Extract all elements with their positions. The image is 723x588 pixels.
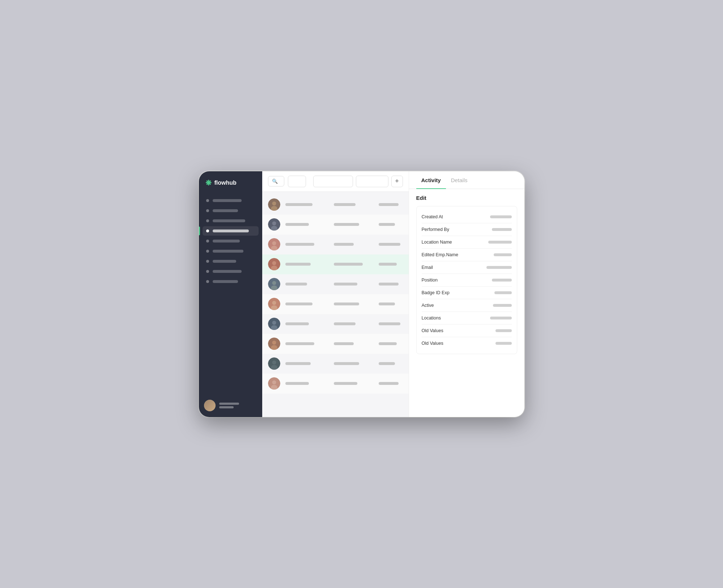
app-logo: ❋ flowhub [199,171,262,196]
sidebar-item-label [213,250,243,253]
table-row[interactable] [262,354,409,374]
avatar [268,278,280,290]
sidebar-item-8[interactable] [203,267,259,276]
detail-row-10: Old Values [422,325,512,337]
avatar [268,338,280,350]
row-col-2 [334,382,374,385]
table-row[interactable] [262,334,409,354]
footer-menu-lines[interactable] [219,403,239,408]
sidebar-dot [206,250,209,253]
row-bar [334,203,356,206]
row-col-1 [285,203,329,206]
svg-point-25 [272,360,276,364]
table-area [262,192,409,417]
logo-icon: ❋ [205,179,212,187]
detail-field-value [496,342,512,345]
row-bar [379,362,395,365]
detail-field-name: Edited Emp.Name [422,252,458,257]
sidebar-footer [199,394,262,417]
row-bar [285,283,307,286]
sidebar-item-4[interactable] [203,226,259,236]
add-button[interactable]: + [391,176,403,187]
row-col-2 [334,342,374,345]
search-icon: 🔍 [272,179,278,184]
topbar-right: + [313,176,403,187]
filter-box-3[interactable] [356,176,388,187]
tab-activity[interactable]: Activity [416,171,446,189]
sidebar: ❋ flowhub [199,171,262,417]
row-col-1 [285,263,329,266]
detail-field-value [486,266,512,269]
sidebar-item-7[interactable] [203,257,259,266]
row-bar [285,203,312,206]
row-bar [285,362,311,365]
svg-point-16 [272,301,276,305]
svg-point-19 [272,321,276,325]
row-bar [379,203,399,206]
row-bar [334,362,359,365]
row-col-1 [285,382,329,385]
table-row[interactable] [262,215,409,235]
sidebar-item-2[interactable] [203,206,259,215]
sidebar-dot [206,270,209,273]
sidebar-dot [206,219,209,222]
sidebar-dot [206,199,209,202]
detail-tabs: ActivityDetails [409,171,524,189]
detail-row-6: Position [422,274,512,287]
row-bar [379,342,397,345]
avatar [268,357,280,370]
sidebar-item-label [213,229,249,232]
svg-point-1 [272,201,276,205]
sidebar-dot [206,209,209,212]
sidebar-item-label [213,209,238,212]
row-col-3 [379,302,409,305]
table-row[interactable] [262,195,409,215]
detail-field-name: Location Name [422,240,452,245]
row-bar [379,283,399,286]
row-col-3 [379,362,409,365]
device-frame: ❋ flowhub [199,171,524,417]
detail-row-1: Created At [422,211,512,223]
sidebar-item-6[interactable] [203,246,259,256]
detail-field-name: Old Values [422,328,443,333]
row-bar [285,302,312,305]
row-col-2 [334,283,374,286]
detail-field-name: Locations [422,316,441,321]
row-bar [285,322,309,325]
row-col-1 [285,243,329,246]
sidebar-item-5[interactable] [203,236,259,246]
sidebar-item-9[interactable] [203,277,259,286]
avatar [204,400,216,411]
table-row[interactable] [262,294,409,314]
sidebar-item-1[interactable] [203,196,259,205]
table-row[interactable] [262,235,409,254]
row-col-1 [285,223,329,226]
row-bar [334,302,359,305]
row-bar [379,302,395,305]
search-box[interactable]: 🔍 [268,176,284,186]
table-row[interactable] [262,254,409,274]
table-row[interactable] [262,314,409,334]
row-bar [334,243,354,246]
row-col-2 [334,322,374,325]
detail-field-name: Badge ID Exp [422,290,450,295]
sidebar-dot [206,260,209,263]
app-name: flowhub [214,180,237,186]
row-col-3 [379,243,409,246]
table-row[interactable] [262,374,409,394]
sidebar-item-3[interactable] [203,216,259,226]
detail-row-7: Badge ID Exp [422,287,512,299]
sidebar-dot [206,280,209,283]
footer-line-2 [219,406,234,408]
row-col-2 [334,223,374,226]
filter-box-2[interactable] [313,176,353,187]
detail-field-value [492,279,512,282]
table-row[interactable] [262,274,409,294]
row-col-3 [379,263,409,266]
row-bar [334,382,357,385]
row-col-3 [379,322,409,325]
detail-row-11: Old Values [422,337,512,349]
tab-details[interactable]: Details [446,171,473,189]
row-col-2 [334,243,374,246]
filter-box-1[interactable] [288,176,306,187]
